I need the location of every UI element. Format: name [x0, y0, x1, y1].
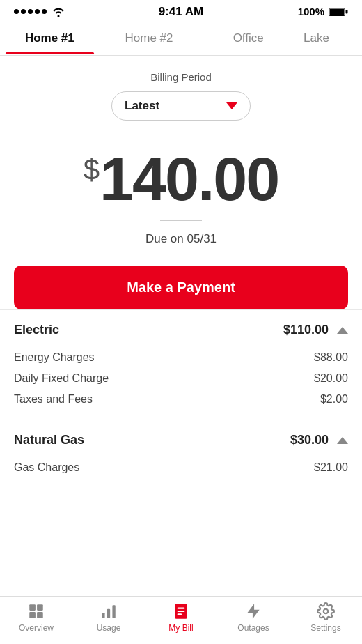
tab-home2[interactable]: Home #2 — [100, 20, 199, 55]
tab-home1[interactable]: Home #1 — [0, 20, 100, 55]
svg-marker-15 — [247, 604, 259, 619]
amount-number: 140.00 — [100, 148, 278, 210]
nav-overview[interactable]: Overview — [0, 602, 72, 633]
taxes-fees-value: $2.00 — [320, 393, 348, 406]
gas-charges-value: $21.00 — [314, 461, 348, 474]
svg-rect-10 — [112, 605, 115, 618]
due-date: Due on 05/31 — [145, 232, 217, 246]
electric-total: $110.00 — [283, 323, 348, 337]
energy-charges-value: $88.00 — [314, 351, 348, 364]
chevron-up-icon-electric — [337, 327, 348, 334]
billing-section: Billing Period Latest — [0, 56, 362, 128]
electric-line-taxes: Taxes and Fees $2.00 — [14, 389, 348, 410]
svg-rect-8 — [102, 613, 104, 618]
signal-dot-3 — [28, 9, 33, 14]
nav-settings-label: Settings — [310, 623, 340, 633]
nav-overview-label: Overview — [19, 623, 54, 633]
signal-dot-1 — [14, 9, 19, 14]
nav-mybill-label: My Bill — [168, 623, 193, 633]
signal-dot-5 — [42, 9, 47, 14]
daily-fixed-value: $20.00 — [314, 372, 348, 385]
gas-line-items: Gas Charges $21.00 — [14, 457, 348, 488]
nav-settings[interactable]: Settings — [290, 602, 362, 633]
natural-gas-title: Natural Gas — [14, 433, 84, 447]
status-right: 100% — [298, 6, 348, 17]
signal-dot-2 — [21, 9, 26, 14]
nav-mybill[interactable]: My Bill — [145, 602, 217, 633]
dollar-sign: $ — [84, 155, 100, 185]
status-bar: 9:41 AM 100% — [0, 0, 362, 20]
status-left — [14, 7, 65, 17]
gas-line-charges: Gas Charges $21.00 — [14, 457, 348, 478]
svg-rect-2 — [330, 8, 345, 15]
natural-gas-section: Natural Gas $30.00 Gas Charges $21.00 — [0, 420, 362, 488]
bolt-icon — [244, 602, 262, 620]
make-payment-button[interactable]: Make a Payment — [14, 266, 348, 309]
location-tabs: Home #1 Home #2 Office Lake — [0, 20, 362, 56]
billing-period-label: Billing Period — [150, 71, 212, 83]
natural-gas-header[interactable]: Natural Gas $30.00 — [14, 420, 348, 457]
amount-divider — [160, 220, 202, 221]
chevron-down-icon — [226, 102, 237, 109]
svg-point-16 — [324, 609, 329, 614]
svg-rect-6 — [29, 612, 36, 618]
signal-dot-4 — [35, 9, 40, 14]
status-time: 9:41 AM — [159, 5, 204, 19]
svg-rect-4 — [29, 604, 36, 611]
nav-outages-label: Outages — [237, 623, 269, 633]
electric-line-energy: Energy Charges $88.00 — [14, 347, 348, 368]
electric-title: Electric — [14, 323, 59, 337]
billing-dropdown-value: Latest — [125, 99, 159, 113]
taxes-fees-label: Taxes and Fees — [14, 393, 93, 406]
tab-office[interactable]: Office — [198, 20, 298, 55]
svg-rect-7 — [37, 612, 43, 618]
bill-icon — [172, 602, 190, 620]
chevron-up-icon-gas — [337, 437, 348, 444]
amount-section: $ 140.00 Due on 05/31 — [0, 128, 362, 253]
gas-charges-label: Gas Charges — [14, 461, 79, 474]
daily-fixed-label: Daily Fixed Charge — [14, 372, 109, 385]
bottom-nav: Overview Usage My Bill Outages Set — [0, 596, 362, 644]
gear-icon — [317, 602, 335, 620]
nav-outages[interactable]: Outages — [217, 602, 290, 633]
electric-line-items: Energy Charges $88.00 Daily Fixed Charge… — [14, 347, 348, 420]
svg-rect-3 — [346, 10, 348, 13]
payment-button-wrapper: Make a Payment — [0, 253, 362, 309]
electric-line-fixed: Daily Fixed Charge $20.00 — [14, 368, 348, 389]
signal-dots — [14, 9, 47, 14]
svg-rect-5 — [37, 604, 43, 611]
electric-section-header[interactable]: Electric $110.00 — [14, 310, 348, 347]
nav-usage-label: Usage — [97, 623, 121, 633]
energy-charges-label: Energy Charges — [14, 351, 95, 364]
bill-details: Electric $110.00 Energy Charges $88.00 D… — [0, 309, 362, 488]
battery-icon — [329, 7, 348, 17]
battery-percent: 100% — [298, 6, 324, 17]
svg-rect-9 — [107, 609, 110, 618]
bar-chart-icon — [100, 602, 118, 620]
grid-icon — [27, 602, 45, 620]
nav-usage[interactable]: Usage — [72, 602, 145, 633]
electric-section: Electric $110.00 Energy Charges $88.00 D… — [0, 309, 362, 420]
tab-lake[interactable]: Lake — [298, 20, 362, 55]
natural-gas-total: $30.00 — [290, 433, 348, 447]
billing-dropdown[interactable]: Latest — [111, 91, 251, 121]
amount-display: $ 140.00 — [84, 148, 279, 210]
wifi-icon — [52, 7, 65, 17]
